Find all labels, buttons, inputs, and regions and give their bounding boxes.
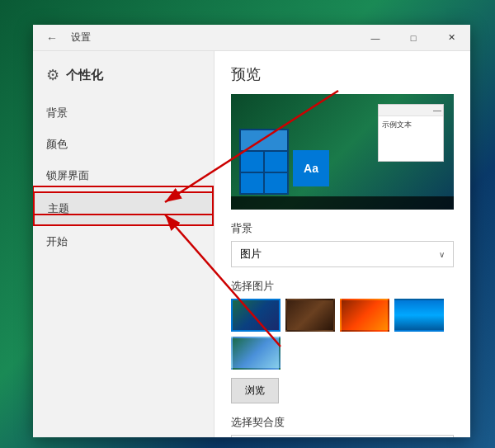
maximize-button[interactable]: □ — [394, 25, 432, 51]
preview-box: Aa — 示例文本 — [231, 94, 454, 210]
browse-button[interactable]: 浏览 — [231, 378, 279, 403]
titlebar-left: ← 设置 — [40, 31, 91, 45]
fit-label: 选择契合度 — [231, 415, 454, 430]
sidebar-header-label: 个性化 — [66, 68, 103, 83]
bg-label: 背景 — [231, 221, 454, 236]
preview-tiles — [239, 129, 289, 195]
sidebar-item-lockscreen[interactable]: 锁屏界面 — [33, 160, 214, 191]
pic-thumb-4[interactable] — [394, 299, 444, 332]
pic-thumb-5[interactable] — [231, 337, 280, 370]
preview-window-body: 示例文本 — [379, 116, 443, 134]
preview-window-title: — — [379, 105, 443, 116]
sidebar-item-background[interactable]: 背景 — [33, 97, 214, 129]
tile-4 — [265, 173, 287, 193]
bg-dropdown[interactable]: 图片 ∨ — [231, 241, 454, 267]
personalization-icon: ⚙ — [46, 66, 59, 84]
bg-dropdown-arrow: ∨ — [439, 250, 445, 259]
settings-window: ← 设置 — □ ✕ 🔍 ⚙ 个性化 背景 颜色 — [33, 25, 470, 437]
sidebar: ⚙ 个性化 背景 颜色 锁屏界面 主题 开始 — [33, 51, 214, 437]
minimize-button[interactable]: — — [356, 25, 394, 51]
back-button[interactable]: ← — [40, 31, 64, 45]
pic-chooser — [231, 299, 454, 370]
pic-label: 选择图片 — [231, 279, 454, 294]
pic-thumb-2[interactable] — [285, 299, 335, 332]
main-panel: 预览 Aa — 示例文本 — [214, 51, 470, 437]
sidebar-item-theme[interactable]: 主题 — [33, 191, 214, 226]
tile-3 — [241, 173, 263, 193]
titlebar: ← 设置 — □ ✕ — [33, 25, 470, 51]
sidebar-header: ⚙ 个性化 — [33, 59, 214, 97]
pic-thumb-3[interactable] — [340, 299, 389, 332]
sidebar-item-start[interactable]: 开始 — [33, 226, 214, 257]
preview-taskbar — [231, 196, 454, 210]
content-area: ⚙ 个性化 背景 颜色 锁屏界面 主题 开始 预览 — [33, 51, 470, 437]
section-title: 预览 — [231, 64, 454, 84]
window-title: 设置 — [71, 31, 91, 45]
preview-window: — 示例文本 — [378, 104, 444, 162]
preview-aa-box: Aa — [293, 150, 329, 186]
titlebar-controls: — □ ✕ — [356, 25, 470, 51]
close-button[interactable]: ✕ — [432, 25, 470, 51]
preview-window-dash: — — [433, 106, 441, 115]
fit-dropdown[interactable]: 填充 ∨ — [231, 435, 454, 437]
pic-thumb-1[interactable] — [231, 299, 280, 332]
sidebar-item-color[interactable]: 颜色 — [33, 129, 214, 160]
tile-1 — [241, 152, 263, 172]
tile-wide — [241, 130, 287, 150]
tile-2 — [265, 152, 287, 172]
bg-dropdown-value: 图片 — [240, 247, 262, 262]
